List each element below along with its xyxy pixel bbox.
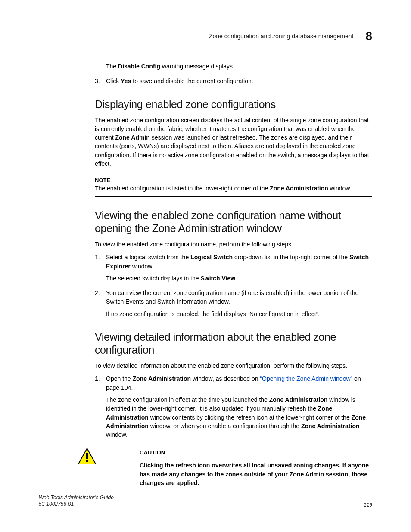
footer-doc-number: 53-1002756-01 — [39, 501, 114, 508]
sec3-step-1-sub: The zone configuration in effect at the … — [106, 395, 372, 439]
running-title: Zone configuration and zoning database m… — [209, 33, 353, 40]
step-number: 3. — [95, 77, 106, 85]
paragraph: To view detailed information about the e… — [95, 361, 372, 370]
text-fragment: drop-down list in the top-right corner o… — [233, 254, 349, 261]
text-fragment: Select a logical switch from the — [106, 254, 190, 261]
step-3: 3. Click Yes to save and disable the cur… — [95, 77, 372, 85]
text-fragment: to save and disable the current configur… — [131, 78, 253, 84]
step-body: Open the Zone Administration window, as … — [106, 374, 372, 392]
bold-fragment: Disable Config — [118, 63, 160, 70]
caution-rule-top: CAUTION — [140, 448, 213, 458]
text-fragment: The enabled configuration is listed in t… — [95, 185, 270, 192]
caution-text: Clicking the refresh icon overwrites all… — [140, 461, 372, 487]
caution-rule-bottom — [140, 491, 213, 491]
paragraph: To view the enabled zone configuration n… — [95, 240, 372, 249]
bold-fragment: Zone Admin — [115, 134, 149, 141]
text-fragment: window. — [328, 185, 352, 192]
bold-fragment: Switch View — [200, 275, 235, 282]
text-fragment: window. — [131, 263, 154, 270]
footer-left: Web Tools Administrator’s Guide 53-10027… — [39, 495, 114, 508]
step-number: 1. — [95, 253, 106, 271]
bold-fragment: Zone Administration — [133, 375, 191, 382]
step-body: You can view the current zone configurat… — [106, 289, 372, 306]
bold-fragment: Logical Switch — [190, 254, 233, 261]
bold-fragment: Yes — [121, 78, 131, 84]
sec3-step-1: 1. Open the Zone Administration window, … — [95, 374, 372, 392]
svg-rect-2 — [86, 460, 88, 462]
running-header: Zone configuration and zoning database m… — [39, 29, 372, 43]
footer-page-number: 119 — [364, 502, 372, 508]
text-fragment: The selected switch displays in the — [106, 275, 200, 282]
page: Zone configuration and zoning database m… — [0, 0, 411, 532]
text-fragment: window. — [106, 431, 128, 438]
step-number: 2. — [95, 289, 106, 306]
svg-rect-1 — [86, 453, 88, 459]
cross-reference-link[interactable]: “Opening the Zone Admin window” — [260, 375, 352, 382]
bold-fragment: Zone Administration — [270, 185, 328, 192]
step-body: Select a logical switch from the Logical… — [106, 253, 372, 271]
text-fragment: The — [106, 63, 118, 70]
section-heading-view-detail: Viewing detailed information about the e… — [95, 330, 372, 356]
chapter-number: 8 — [365, 29, 372, 43]
note-text: The enabled configuration is listed in t… — [95, 184, 372, 193]
text-fragment: warning message displays. — [160, 63, 234, 70]
paragraph: The enabled zone configuration screen di… — [95, 116, 372, 168]
text-fragment: The zone configuration in effect at the … — [106, 396, 269, 403]
note-block: NOTE The enabled configuration is listed… — [95, 174, 372, 197]
text-fragment: window, as described on — [191, 375, 260, 382]
step-body: Click Yes to save and disable the curren… — [106, 77, 372, 85]
step-number: 1. — [95, 374, 106, 392]
sec2-step-1: 1. Select a logical switch from the Logi… — [95, 253, 372, 271]
text-fragment: window contents by clicking the refresh … — [149, 414, 352, 421]
text-fragment: Click — [106, 78, 121, 84]
text-fragment: Open the — [106, 375, 133, 382]
text-fragment: . — [235, 275, 237, 282]
caution-content: CAUTION Clicking the refresh icon overwr… — [140, 448, 372, 491]
note-label: NOTE — [95, 177, 372, 184]
sec2-step-1-sub: The selected switch displays in the Swit… — [106, 274, 372, 283]
section-heading-display-enabled: Displaying enabled zone configurations — [95, 98, 372, 111]
caution-block: CAUTION Clicking the refresh icon overwr… — [78, 448, 372, 491]
section-heading-view-name: Viewing the enabled zone configuration n… — [95, 209, 372, 235]
sec2-step-2: 2. You can view the current zone configu… — [95, 289, 372, 306]
text-fragment: window, or when you enable a configurati… — [149, 423, 301, 429]
disable-config-line: The Disable Config warning message displ… — [106, 62, 372, 71]
content-body: The Disable Config warning message displ… — [95, 62, 372, 439]
bold-fragment: Zone Administration — [269, 396, 328, 403]
caution-icon — [78, 448, 97, 465]
page-footer: Web Tools Administrator’s Guide 53-10027… — [39, 495, 372, 508]
bold-fragment: Zone Administration — [301, 423, 360, 429]
footer-guide-title: Web Tools Administrator’s Guide — [39, 495, 114, 501]
sec2-step-2-sub: If no zone configuration is enabled, the… — [106, 310, 372, 318]
caution-label: CAUTION — [140, 449, 165, 456]
